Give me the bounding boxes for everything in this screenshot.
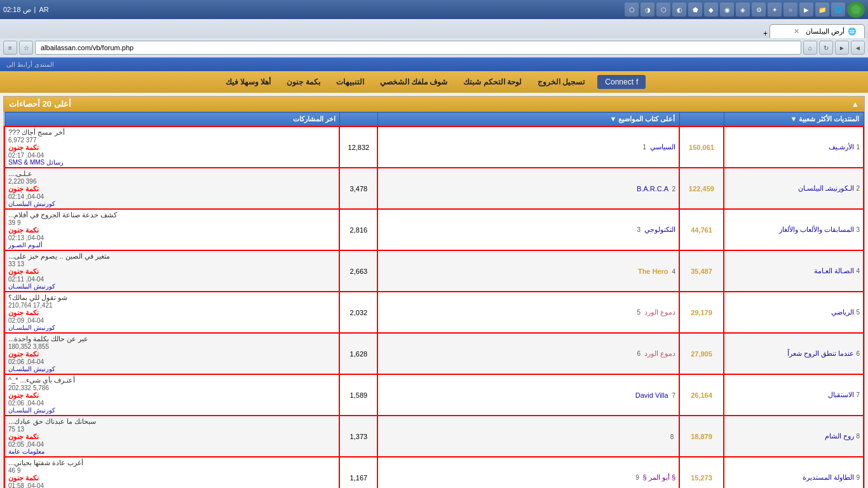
browser-tabs: 🌐 أرض البيلسان ✕ + [0,19,868,38]
forum-link[interactable]: الـكورنيشـ البيلسـان [798,184,854,192]
nav-welcome[interactable]: أهلا وسهلا فيك [222,76,275,88]
topic-author: The Hero 4 [377,250,679,292]
last-time: 04-04, 02:06 [8,400,44,407]
author-link[interactable]: السياسي [650,143,675,151]
taskbar-icon9[interactable]: ◐ [672,3,686,17]
topic-title[interactable]: عـلـى.... [8,170,32,178]
browser-tab-active[interactable]: 🌐 أرض البيلسان ✕ [770,24,865,38]
forum-link[interactable]: المسابقات والألعاب والألغاز [779,226,854,233]
col-header-topic: أعلى كتاب المواضيع ▼ [377,112,679,127]
address-bar[interactable] [35,41,801,55]
taskbar-browser-icon[interactable]: ○ [783,3,797,17]
forum-link[interactable]: الأرشـيف [829,143,854,151]
forum-name: 3 المسابقات والألعاب والألغاز [724,209,864,250]
settings-icon[interactable]: ≡ [3,41,17,55]
taskbar-media-icon[interactable]: ▶ [799,3,813,17]
nav-notifications[interactable]: التنبيهات [333,76,367,88]
last-user[interactable]: نكمة جنون [8,144,39,152]
topic-title[interactable]: أخر مسج أجاك ??? [8,128,65,137]
last-subforum[interactable]: معلومات عامة [8,448,44,455]
main-title: أعلى 20 أحصاءات [9,99,71,109]
author-link[interactable]: B.A.R.C.A [637,185,668,193]
taskbar-icon6[interactable]: ◉ [720,3,734,17]
topic-title[interactable]: عبر عن حالك بكلمة واحدة... [8,335,88,343]
taskbar-icon11[interactable]: ◑ [641,3,654,17]
last-time: 04-04, 02:06 [8,358,44,365]
forum-link[interactable]: الاستقبال [828,391,854,398]
nav-controlpanel[interactable]: لوحة التحكم شبتك [460,76,525,88]
last-user[interactable]: نكمة جنون [8,268,39,276]
tab-close-icon[interactable]: ✕ [794,27,799,36]
bookmark-button[interactable]: ☆ [19,41,33,55]
forum-count: 26,164 [679,374,724,416]
last-time: 04-04, 02:05 [8,441,44,448]
last-user[interactable]: نكمة جنون [8,226,39,234]
topic-views: 1,373 [339,416,377,457]
forum-link[interactable]: الصـالة العـامة [814,267,854,274]
last-user[interactable]: نكمة جنون [8,309,39,317]
refresh-button[interactable]: ↻ [819,41,833,55]
topic-title[interactable]: شو تقول للي بمالك؟ [8,294,67,302]
last-post-cell: متغير في الصين .. يصوم خبز على... 13 33 … [4,250,339,292]
nav-profile[interactable]: شوف ملفك الشخصي [377,76,451,88]
nav-crazyzone[interactable]: بكمة جنون [283,76,323,88]
topic-title[interactable]: أعتـرف بأي شيء... *_^ [8,376,75,384]
new-tab-button[interactable]: + [763,29,768,38]
last-post-cell: عبر عن حالك بكلمة واحدة... 3,855 180,352… [4,333,339,374]
last-subforum[interactable]: ألبـوم الصـور [8,241,43,248]
connect-button[interactable]: f Connect [597,75,646,89]
nav-logout[interactable]: تسجيل الخروج [534,76,588,88]
taskbar-folder-icon[interactable]: 📁 [815,3,829,17]
author-link[interactable]: David Villa [635,391,668,399]
last-user[interactable]: نكمة جنون [8,474,39,482]
home-button[interactable]: ⌂ [803,41,817,55]
forum-link[interactable]: روح الشام [825,432,854,440]
forum-link[interactable]: عندما تنطق الروح شعراً [787,349,854,357]
last-user[interactable]: نكمة جنون [8,391,39,400]
last-subforum[interactable]: رسائل SMS & MMS [8,159,64,166]
author-link[interactable]: The Hero [638,268,668,275]
forward-button[interactable]: ► [835,41,849,55]
author-link[interactable]: دموع الورد [644,349,675,357]
taskbar-icon8[interactable]: ⬟ [688,3,702,17]
forum-name: 2 الـكورنيشـ البيلسـان [724,168,864,209]
topic-author: السياسي 1 [377,126,679,168]
table-row: 2 الـكورنيشـ البيلسـان 122,459 B.A.R.C.A… [4,168,864,209]
topic-title[interactable]: أغرب عادة شفتها بحياتي... [8,459,83,467]
back-button[interactable]: ◄ [851,41,865,55]
forum-count: 150,061 [679,126,724,168]
author-link[interactable]: § أبو المر § [643,473,675,481]
topic-title[interactable]: كشف خدعة صناعة الجروح في أفلام... [8,211,117,219]
last-user[interactable]: نكمة جنون [8,350,39,358]
start-button[interactable] [847,1,865,18]
last-user[interactable]: نكمة جنون [8,433,39,441]
scroll-up-icon[interactable]: ▲ [851,100,859,109]
last-subforum[interactable]: كورنيش البيلسـان [8,365,55,372]
topic-title[interactable]: متغير في الصين .. يصوم خبز على... [8,252,110,261]
taskbar-star-icon[interactable]: ✦ [768,3,782,17]
taskbar-game-icon[interactable]: ⚙ [752,3,766,17]
last-time: 04-04, 02:09 [8,317,44,324]
taskbar-icon5[interactable]: ◈ [736,3,750,17]
last-subforum[interactable]: كورنيش البيلسـان [8,407,55,414]
last-subforum[interactable]: كورنيش البيلسـان [8,200,55,207]
last-subforum[interactable]: كورنيش البيلسـان [8,283,55,290]
last-subforum[interactable]: كورنيش البيلسـان [8,324,55,331]
col-header-count [679,112,724,127]
forum-name: 6 عندما تنطق الروح شعراً [724,333,864,374]
post-counts: 5,786 202,332 [8,384,49,391]
taskbar-lang: AR [39,6,48,13]
forum-count: 27,905 [679,333,724,374]
taskbar-icon7[interactable]: ◆ [704,3,718,17]
last-user[interactable]: نكمة جنون [8,185,39,193]
post-counts: 3,855 180,352 [8,343,49,350]
taskbar-icon12[interactable]: ⬠ [625,3,639,17]
tab-title: أرض البيلسان [806,27,844,36]
forum-link[interactable]: الطاولة المستديرة [803,473,854,481]
topic-title[interactable]: سبحانك ما عبدناك حق عبادك... [8,417,96,426]
taskbar-app-icon[interactable]: 🌐 [831,3,845,17]
author-link[interactable]: التكنولوجي [644,226,675,233]
taskbar-icon10[interactable]: ⬡ [656,3,670,17]
forum-link[interactable]: الرياضي [831,308,854,316]
author-link[interactable]: دموع الورد [644,308,675,316]
